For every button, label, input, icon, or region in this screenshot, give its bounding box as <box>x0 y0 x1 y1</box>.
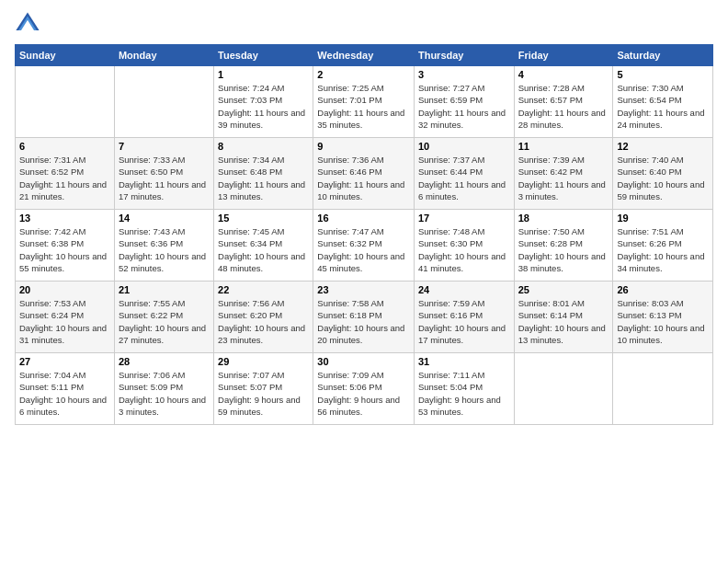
day-info: Sunrise: 8:01 AM Sunset: 6:14 PM Dayligh… <box>518 297 609 346</box>
calendar-header-wednesday: Wednesday <box>313 45 415 66</box>
calendar-cell: 11Sunrise: 7:39 AM Sunset: 6:42 PM Dayli… <box>514 138 613 210</box>
calendar-cell: 21Sunrise: 7:55 AM Sunset: 6:22 PM Dayli… <box>114 282 213 353</box>
day-number: 16 <box>317 213 410 224</box>
day-number: 13 <box>19 213 110 224</box>
calendar-cell: 16Sunrise: 7:47 AM Sunset: 6:32 PM Dayli… <box>313 210 415 282</box>
calendar-cell: 13Sunrise: 7:42 AM Sunset: 6:38 PM Dayli… <box>16 210 115 282</box>
day-number: 17 <box>418 213 510 224</box>
calendar-cell: 31Sunrise: 7:11 AM Sunset: 5:04 PM Dayli… <box>414 353 514 425</box>
day-info: Sunrise: 7:09 AM Sunset: 5:06 PM Dayligh… <box>317 369 410 418</box>
day-number: 14 <box>119 213 210 224</box>
calendar-header-saturday: Saturday <box>613 45 713 66</box>
calendar-week-5: 27Sunrise: 7:04 AM Sunset: 5:11 PM Dayli… <box>16 353 713 425</box>
day-info: Sunrise: 7:55 AM Sunset: 6:22 PM Dayligh… <box>119 297 210 346</box>
calendar-cell: 10Sunrise: 7:37 AM Sunset: 6:44 PM Dayli… <box>414 138 514 210</box>
day-info: Sunrise: 7:43 AM Sunset: 6:36 PM Dayligh… <box>119 225 210 274</box>
day-info: Sunrise: 7:31 AM Sunset: 6:52 PM Dayligh… <box>19 154 110 202</box>
calendar-cell: 25Sunrise: 8:01 AM Sunset: 6:14 PM Dayli… <box>514 282 613 353</box>
logo-icon <box>15 11 40 37</box>
calendar-cell: 9Sunrise: 7:36 AM Sunset: 6:46 PM Daylig… <box>313 138 415 210</box>
header <box>15 11 713 37</box>
day-number: 15 <box>218 213 309 224</box>
calendar-cell: 26Sunrise: 8:03 AM Sunset: 6:13 PM Dayli… <box>613 282 713 353</box>
calendar-cell: 4Sunrise: 7:28 AM Sunset: 6:57 PM Daylig… <box>514 66 613 138</box>
day-number: 20 <box>19 284 110 295</box>
day-info: Sunrise: 7:24 AM Sunset: 7:03 PM Dayligh… <box>218 82 309 131</box>
day-number: 6 <box>19 141 110 152</box>
day-info: Sunrise: 7:28 AM Sunset: 6:57 PM Dayligh… <box>518 82 609 131</box>
day-number: 11 <box>518 141 609 152</box>
day-number: 30 <box>317 356 410 367</box>
day-info: Sunrise: 7:34 AM Sunset: 6:48 PM Dayligh… <box>218 154 309 202</box>
day-number: 5 <box>617 69 709 80</box>
day-number: 19 <box>617 213 709 224</box>
calendar-cell: 7Sunrise: 7:33 AM Sunset: 6:50 PM Daylig… <box>114 138 213 210</box>
day-number: 9 <box>317 141 410 152</box>
day-info: Sunrise: 7:25 AM Sunset: 7:01 PM Dayligh… <box>317 82 410 131</box>
calendar-cell: 29Sunrise: 7:07 AM Sunset: 5:07 PM Dayli… <box>214 353 313 425</box>
calendar-cell <box>514 353 613 425</box>
day-number: 24 <box>418 284 510 295</box>
calendar-cell: 5Sunrise: 7:30 AM Sunset: 6:54 PM Daylig… <box>613 66 713 138</box>
day-info: Sunrise: 8:03 AM Sunset: 6:13 PM Dayligh… <box>617 297 709 346</box>
calendar-cell: 20Sunrise: 7:53 AM Sunset: 6:24 PM Dayli… <box>16 282 115 353</box>
calendar-header-thursday: Thursday <box>414 45 514 66</box>
calendar-header-friday: Friday <box>514 45 613 66</box>
calendar-cell: 2Sunrise: 7:25 AM Sunset: 7:01 PM Daylig… <box>313 66 415 138</box>
day-number: 12 <box>617 141 709 152</box>
calendar-cell: 14Sunrise: 7:43 AM Sunset: 6:36 PM Dayli… <box>114 210 213 282</box>
calendar-cell: 23Sunrise: 7:58 AM Sunset: 6:18 PM Dayli… <box>313 282 415 353</box>
day-number: 7 <box>119 141 210 152</box>
calendar-cell: 19Sunrise: 7:51 AM Sunset: 6:26 PM Dayli… <box>613 210 713 282</box>
calendar-week-3: 13Sunrise: 7:42 AM Sunset: 6:38 PM Dayli… <box>16 210 713 282</box>
day-info: Sunrise: 7:39 AM Sunset: 6:42 PM Dayligh… <box>518 154 609 202</box>
day-info: Sunrise: 7:30 AM Sunset: 6:54 PM Dayligh… <box>617 82 709 131</box>
day-info: Sunrise: 7:07 AM Sunset: 5:07 PM Dayligh… <box>218 369 309 418</box>
day-number: 3 <box>418 69 510 80</box>
calendar-cell: 30Sunrise: 7:09 AM Sunset: 5:06 PM Dayli… <box>313 353 415 425</box>
calendar-cell: 17Sunrise: 7:48 AM Sunset: 6:30 PM Dayli… <box>414 210 514 282</box>
calendar-header-row: SundayMondayTuesdayWednesdayThursdayFrid… <box>16 45 713 66</box>
day-number: 31 <box>418 356 510 367</box>
day-number: 25 <box>518 284 609 295</box>
day-number: 21 <box>119 284 210 295</box>
calendar-header-monday: Monday <box>114 45 213 66</box>
day-info: Sunrise: 7:27 AM Sunset: 6:59 PM Dayligh… <box>418 82 510 131</box>
day-info: Sunrise: 7:50 AM Sunset: 6:28 PM Dayligh… <box>518 225 609 274</box>
day-number: 8 <box>218 141 309 152</box>
calendar-cell <box>16 66 115 138</box>
day-info: Sunrise: 7:04 AM Sunset: 5:11 PM Dayligh… <box>19 369 110 418</box>
calendar-cell: 15Sunrise: 7:45 AM Sunset: 6:34 PM Dayli… <box>214 210 313 282</box>
day-info: Sunrise: 7:48 AM Sunset: 6:30 PM Dayligh… <box>418 225 510 274</box>
calendar-cell: 22Sunrise: 7:56 AM Sunset: 6:20 PM Dayli… <box>214 282 313 353</box>
day-number: 27 <box>19 356 110 367</box>
calendar-cell: 3Sunrise: 7:27 AM Sunset: 6:59 PM Daylig… <box>414 66 514 138</box>
calendar-week-4: 20Sunrise: 7:53 AM Sunset: 6:24 PM Dayli… <box>16 282 713 353</box>
day-info: Sunrise: 7:53 AM Sunset: 6:24 PM Dayligh… <box>19 297 110 346</box>
calendar-cell: 8Sunrise: 7:34 AM Sunset: 6:48 PM Daylig… <box>214 138 313 210</box>
day-info: Sunrise: 7:06 AM Sunset: 5:09 PM Dayligh… <box>119 369 210 418</box>
calendar-week-2: 6Sunrise: 7:31 AM Sunset: 6:52 PM Daylig… <box>16 138 713 210</box>
page: SundayMondayTuesdayWednesdayThursdayFrid… <box>0 0 728 563</box>
day-info: Sunrise: 7:56 AM Sunset: 6:20 PM Dayligh… <box>218 297 309 346</box>
day-info: Sunrise: 7:45 AM Sunset: 6:34 PM Dayligh… <box>218 225 309 274</box>
day-number: 18 <box>518 213 609 224</box>
day-number: 1 <box>218 69 309 80</box>
calendar-cell: 1Sunrise: 7:24 AM Sunset: 7:03 PM Daylig… <box>214 66 313 138</box>
day-number: 2 <box>317 69 410 80</box>
day-number: 22 <box>218 284 309 295</box>
calendar-cell: 18Sunrise: 7:50 AM Sunset: 6:28 PM Dayli… <box>514 210 613 282</box>
day-info: Sunrise: 7:37 AM Sunset: 6:44 PM Dayligh… <box>418 154 510 202</box>
day-info: Sunrise: 7:42 AM Sunset: 6:38 PM Dayligh… <box>19 225 110 274</box>
day-number: 29 <box>218 356 309 367</box>
day-number: 23 <box>317 284 410 295</box>
day-info: Sunrise: 7:58 AM Sunset: 6:18 PM Dayligh… <box>317 297 410 346</box>
calendar-week-1: 1Sunrise: 7:24 AM Sunset: 7:03 PM Daylig… <box>16 66 713 138</box>
day-info: Sunrise: 7:36 AM Sunset: 6:46 PM Dayligh… <box>317 154 410 202</box>
day-info: Sunrise: 7:40 AM Sunset: 6:40 PM Dayligh… <box>617 154 709 202</box>
day-number: 4 <box>518 69 609 80</box>
calendar-cell: 6Sunrise: 7:31 AM Sunset: 6:52 PM Daylig… <box>16 138 115 210</box>
day-number: 10 <box>418 141 510 152</box>
calendar-cell: 24Sunrise: 7:59 AM Sunset: 6:16 PM Dayli… <box>414 282 514 353</box>
day-info: Sunrise: 7:51 AM Sunset: 6:26 PM Dayligh… <box>617 225 709 274</box>
